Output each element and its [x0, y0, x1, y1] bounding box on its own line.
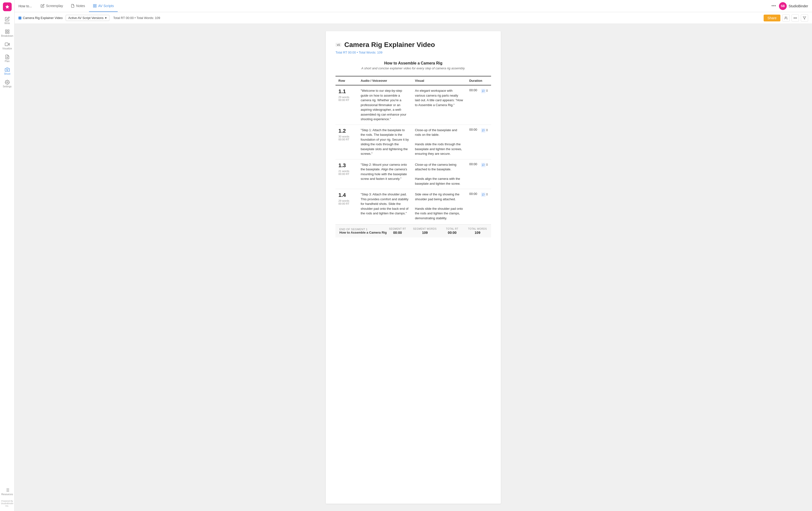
nav-tabs: Screenplay Notes AV Scripts: [37, 0, 118, 12]
meta-rt: Total RT 00:00: [336, 51, 356, 54]
svg-marker-4: [8, 43, 9, 45]
col-audio: Audio / Voiceover: [358, 76, 412, 85]
duration-value: 00:00: [469, 128, 477, 131]
total-info: Total RT 00:00 • Total Words: 109: [113, 16, 160, 20]
svg-rect-1: [7, 30, 9, 31]
row-stats: 30 words00:00 RT: [339, 135, 355, 141]
duration-value: 00:00: [469, 88, 477, 92]
svg-rect-5: [5, 43, 8, 46]
duration-cell: 00:000: [466, 189, 491, 224]
document-meta: Total RT 00:00 • Total Words: 109: [336, 51, 491, 54]
sidebar-item-shoot[interactable]: Shoot: [1, 65, 13, 77]
main-content: How to... Screenplay Notes AV Scripts ••…: [14, 0, 812, 511]
filter-button[interactable]: [801, 15, 808, 22]
sidebar-item-write[interactable]: Write: [1, 15, 13, 26]
visual-cell: An elegant workspace with various camera…: [412, 85, 466, 125]
sidebar-item-plan[interactable]: Plan: [1, 53, 13, 64]
svg-rect-2: [7, 32, 9, 33]
table-row: 1.429 words00:00 RT"Step 3: Attach the s…: [336, 189, 491, 224]
row-number: 1.1: [339, 88, 355, 95]
svg-marker-21: [803, 17, 806, 19]
row-number: 1.3: [339, 162, 355, 169]
svg-rect-0: [5, 30, 7, 31]
segment-footer-left: END OF SEGMENT 1 How to Assemble a Camer…: [339, 228, 388, 234]
sidebar-item-shoot-label: Shoot: [4, 73, 10, 75]
sidebar-item-breakdown-label: Breakdown: [1, 34, 13, 37]
row-number: 1.2: [339, 128, 355, 134]
table-header-row: Row Audio / Voiceover Visual Duration: [336, 76, 491, 85]
table-row: 1.321 words00:00 RT"Step 2: Mount your c…: [336, 159, 491, 189]
visual-cell: Side view of the rig showing the shoulde…: [412, 189, 466, 224]
stat-total-words: TOTAL WORDS 109: [468, 227, 487, 235]
av-script-table: Row Audio / Voiceover Visual Duration 1.…: [336, 76, 491, 223]
secondary-right-actions: Share •••: [764, 15, 808, 22]
tab-av-scripts-label: AV Scripts: [98, 4, 114, 8]
tab-screenplay[interactable]: Screenplay: [37, 0, 67, 12]
col-duration: Duration: [466, 76, 491, 85]
share-button[interactable]: Share: [764, 15, 780, 21]
top-navigation: How to... Screenplay Notes AV Scripts ••…: [14, 0, 812, 12]
audio-cell: "Step 1: Attach the baseplate to the rod…: [358, 125, 412, 159]
version-dropdown[interactable]: Active AV Script Versions ▾: [66, 15, 109, 21]
user-menu[interactable]: SB StudioBinder: [779, 2, 808, 10]
table-row: 1.129 words00:00 RT"Welcome to our step-…: [336, 85, 491, 125]
more-options-icon[interactable]: •••: [772, 3, 776, 8]
stat-segment-rt: SEGMENT RT 00:00: [388, 227, 407, 235]
sidebar-item-visualize[interactable]: Visualize: [1, 40, 13, 52]
version-dropdown-label: Active AV Script Versions: [68, 16, 104, 20]
note-icon: [481, 128, 486, 133]
document-header: v1 Camera Rig Explainer Video: [336, 41, 491, 49]
topnav-right: ••• SB StudioBinder: [772, 2, 808, 10]
project-name: Camera Rig Explainer Video: [23, 16, 63, 20]
sidebar-item-breakdown[interactable]: Breakdown: [1, 27, 13, 39]
sidebar-item-visualize-label: Visualize: [2, 47, 12, 50]
svg-rect-18: [95, 6, 96, 7]
sidebar-item-resources[interactable]: Resources: [1, 486, 13, 497]
segment-footer-stats: SEGMENT RT 00:00 SEGMENT WORDS 109 TOTAL…: [388, 227, 487, 235]
svg-rect-3: [5, 32, 7, 33]
project-badge: Camera Rig Explainer Video: [19, 16, 63, 20]
end-of-segment-label: END OF SEGMENT 1: [339, 228, 388, 231]
row-id-cell: 1.230 words00:00 RT: [336, 125, 358, 159]
row-stats: 29 words00:00 RT: [339, 96, 355, 102]
duration-value: 00:00: [469, 192, 477, 196]
audio-cell: "Step 2: Mount your camera onto the base…: [358, 159, 412, 189]
sidebar-item-resources-label: Resources: [1, 493, 13, 496]
svg-rect-16: [93, 4, 94, 6]
users-icon-button[interactable]: [782, 15, 790, 22]
col-visual: Visual: [412, 76, 466, 85]
avatar: SB: [779, 2, 787, 10]
note-icon: [481, 163, 486, 167]
tab-notes[interactable]: Notes: [67, 0, 89, 12]
tab-notes-label: Notes: [76, 4, 85, 8]
content-area: v1 Camera Rig Explainer Video Total RT 0…: [14, 24, 812, 511]
audio-cell: "Welcome to our step-by-step guide on ho…: [358, 85, 412, 125]
version-badge: v1: [336, 43, 341, 47]
visual-cell: Close-up of the baseplate and rods on th…: [412, 125, 466, 159]
svg-rect-19: [93, 6, 94, 7]
secondary-toolbar: Camera Rig Explainer Video Active AV Scr…: [14, 12, 812, 24]
sidebar-item-plan-label: Plan: [5, 60, 9, 62]
sidebar-item-settings[interactable]: Settings: [1, 78, 13, 89]
segment-subtitle: A short and concise explainer video for …: [336, 66, 491, 70]
svg-point-20: [785, 17, 786, 18]
project-color-indicator: [19, 17, 21, 20]
visual-cell: Close-up of the camera being attached to…: [412, 159, 466, 189]
sidebar-item-settings-label: Settings: [3, 85, 11, 88]
tab-screenplay-label: Screenplay: [46, 4, 63, 8]
tab-av-scripts[interactable]: AV Scripts: [89, 0, 118, 12]
svg-rect-17: [95, 4, 96, 6]
table-row: 1.230 words00:00 RT"Step 1: Attach the b…: [336, 125, 491, 159]
duration-value: 00:00: [469, 162, 477, 166]
segment-title: How to Assemble a Camera Rig: [336, 61, 491, 65]
more-options-button[interactable]: •••: [791, 15, 799, 22]
svg-point-9: [6, 82, 8, 83]
svg-point-8: [6, 69, 8, 71]
sidebar-footer: Powered By StudioBinder Inc.: [0, 499, 14, 509]
app-logo[interactable]: [3, 2, 12, 11]
sidebar-item-write-label: Write: [4, 22, 10, 25]
sidebar: Write Breakdown Visualize Plan Shoot Set…: [0, 0, 14, 511]
row-id-cell: 1.129 words00:00 RT: [336, 85, 358, 125]
note-icon: [481, 89, 486, 93]
row-stats: 21 words00:00 RT: [339, 170, 355, 176]
